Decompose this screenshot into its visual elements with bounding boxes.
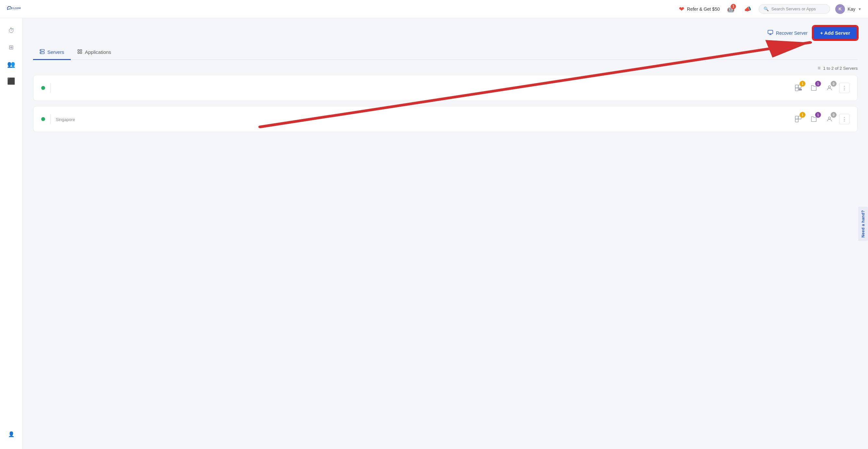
- svg-rect-2: [768, 30, 773, 34]
- notification-badge: 1: [731, 4, 736, 9]
- tab-applications-label: Applications: [85, 49, 111, 55]
- refer-label: Refer & Get $50: [687, 6, 720, 12]
- svg-text:CLOUDWAYS: CLOUDWAYS: [12, 7, 21, 9]
- megaphone-icon: 📣: [744, 5, 751, 13]
- need-hand-button[interactable]: Need a hand?: [858, 207, 868, 241]
- grid-icon: ⊞: [9, 44, 13, 51]
- notifications-button[interactable]: 🤖 1: [725, 3, 737, 15]
- server-card-1: www 1 1: [33, 75, 858, 101]
- toolbar: Recover Server + Add Server: [33, 26, 858, 40]
- svg-rect-11: [795, 85, 798, 88]
- more-button-2[interactable]: ⋮: [839, 114, 849, 124]
- svg-text:www: www: [799, 89, 802, 91]
- top-nav: CLOUDWAYS by DigitalOcean ❤ Refer & Get …: [0, 0, 868, 18]
- status-dot-1: [41, 86, 45, 90]
- add-server-button[interactable]: + Add Server: [813, 26, 858, 40]
- person-icon: 👤: [8, 431, 14, 437]
- server-apps-icon-1[interactable]: www 1: [793, 82, 804, 94]
- add-server-label: + Add Server: [820, 30, 850, 36]
- users-badge-1: 0: [831, 81, 837, 87]
- clock-icon: ⏱: [8, 27, 14, 34]
- files-badge-2: 1: [815, 112, 821, 118]
- tab-servers-label: Servers: [48, 49, 64, 55]
- apps-badge-1: 1: [800, 81, 805, 87]
- svg-rect-9: [78, 52, 80, 54]
- svg-rect-19: [795, 119, 798, 122]
- sidebar-bottom: 👤: [4, 427, 19, 444]
- content-area: Recover Server + Add Server Servers: [23, 18, 868, 449]
- server-apps-icon-2[interactable]: 1: [793, 113, 804, 125]
- search-placeholder: Search Servers or Apps: [771, 6, 816, 11]
- svg-rect-13: [795, 88, 798, 91]
- server-users-icon-2[interactable]: 0: [824, 113, 835, 125]
- server-files-icon-1[interactable]: 1: [808, 82, 820, 94]
- sidebar: ⏱ ⊞ 👥 ⬛ 👤: [0, 18, 23, 449]
- users-badge-2: 0: [831, 112, 837, 118]
- svg-rect-17: [795, 116, 798, 119]
- count-row: ≡ 1 to 2 of 2 Servers: [33, 65, 858, 71]
- sidebar-item-team[interactable]: 👥: [4, 57, 19, 71]
- svg-point-6: [40, 53, 41, 53]
- recover-icon: [768, 30, 773, 36]
- search-icon: 🔍: [764, 6, 769, 11]
- tab-servers[interactable]: Servers: [33, 45, 71, 60]
- divider-2: [50, 114, 51, 124]
- main-layout: ⏱ ⊞ 👥 ⬛ 👤: [0, 18, 868, 449]
- logo[interactable]: CLOUDWAYS by DigitalOcean: [6, 4, 21, 13]
- server-users-icon-1[interactable]: 0: [824, 82, 835, 94]
- need-hand-wrapper: Need a hand?: [858, 207, 868, 242]
- svg-rect-10: [80, 52, 82, 54]
- more-button-1[interactable]: ⋮: [839, 83, 849, 93]
- server-info-2: Singapore: [56, 117, 793, 122]
- server-count-label: 1 to 2 of 2 Servers: [823, 66, 858, 71]
- sidebar-item-bottom[interactable]: 👤: [4, 427, 19, 441]
- sidebar-item-grid[interactable]: ⊞: [4, 40, 19, 55]
- apps-badge-2: 1: [800, 112, 805, 118]
- divider-1: [50, 83, 51, 93]
- filter-icon: ≡: [817, 65, 820, 71]
- server-actions-1: www 1 1: [793, 82, 849, 94]
- svg-point-20: [829, 117, 831, 119]
- server-actions-2: 1 1: [793, 113, 849, 125]
- svg-point-16: [829, 86, 831, 88]
- svg-point-5: [40, 50, 41, 50]
- status-dot-2: [41, 117, 45, 121]
- chevron-down-icon: ▼: [858, 7, 862, 11]
- svg-text:by DigitalOcean: by DigitalOcean: [12, 9, 19, 10]
- avatar: K: [835, 4, 845, 14]
- layout-icon: ⬛: [7, 77, 15, 85]
- user-menu[interactable]: K Kay ▼: [835, 4, 862, 14]
- need-hand-label: Need a hand?: [861, 210, 865, 238]
- recover-label: Recover Server: [776, 30, 807, 36]
- svg-rect-7: [78, 50, 80, 51]
- sidebar-item-activity[interactable]: ⏱: [4, 23, 19, 38]
- recover-server-button[interactable]: Recover Server: [768, 30, 807, 36]
- tab-applications[interactable]: Applications: [71, 45, 118, 60]
- sidebar-item-layout[interactable]: ⬛: [4, 74, 19, 88]
- files-badge-1: 1: [815, 81, 821, 87]
- server-location-2: Singapore: [56, 117, 793, 122]
- megaphone-button[interactable]: 📣: [742, 3, 753, 15]
- applications-tab-icon: [77, 49, 83, 55]
- refer-button[interactable]: ❤ Refer & Get $50: [679, 5, 720, 13]
- server-card-2: Singapore 1: [33, 106, 858, 132]
- server-info-1: [56, 88, 793, 88]
- heart-icon: ❤: [679, 5, 684, 13]
- search-bar[interactable]: 🔍 Search Servers or Apps: [759, 4, 830, 13]
- svg-rect-8: [80, 50, 82, 51]
- tabs: Servers Applications: [33, 45, 858, 60]
- server-files-icon-2[interactable]: 1: [808, 113, 820, 125]
- user-name: Kay: [847, 6, 855, 12]
- servers-tab-icon: [39, 49, 45, 55]
- team-icon: 👥: [7, 60, 15, 68]
